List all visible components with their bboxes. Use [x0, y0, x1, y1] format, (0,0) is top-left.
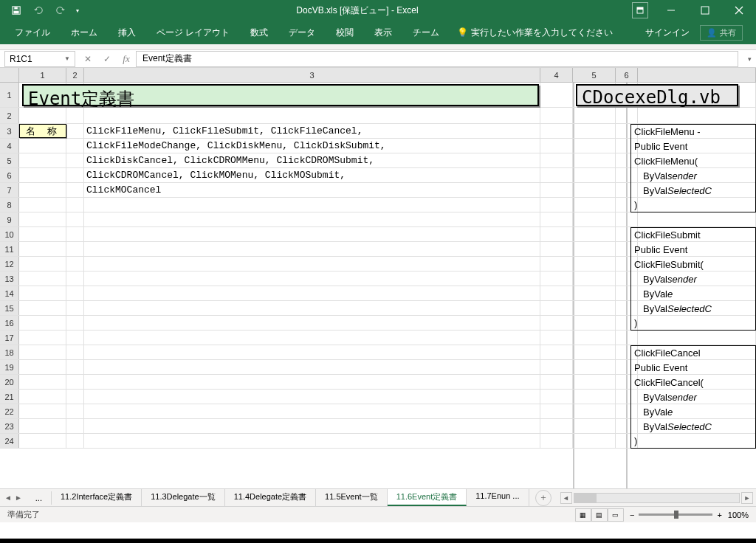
cell[interactable] [19, 419, 66, 433]
add-sheet-button[interactable]: ＋ [535, 490, 551, 506]
cell[interactable] [573, 331, 616, 345]
cell[interactable] [573, 139, 616, 153]
cell[interactable] [66, 434, 84, 448]
cell[interactable] [66, 242, 84, 256]
select-all-corner[interactable] [0, 68, 19, 82]
tell-me-search[interactable]: 💡 実行したい作業を入力してください [457, 27, 613, 39]
row-header[interactable]: 9 [0, 212, 19, 226]
cell[interactable] [66, 404, 84, 418]
cell[interactable] [540, 272, 573, 286]
tab-data[interactable]: データ [278, 21, 326, 44]
cell[interactable] [540, 331, 573, 345]
cell[interactable] [19, 198, 66, 212]
cell[interactable] [573, 198, 616, 212]
row-header[interactable]: 18 [0, 345, 19, 359]
tab-insert[interactable]: 挿入 [108, 21, 146, 44]
cell[interactable] [540, 124, 573, 138]
cell[interactable] [573, 124, 616, 138]
zoom-in-icon[interactable]: + [717, 511, 721, 519]
page-break-view-icon[interactable]: ▭ [608, 508, 624, 522]
minimize-button[interactable] [654, 0, 688, 21]
cell[interactable] [19, 108, 66, 123]
tab-formulas[interactable]: 数式 [240, 21, 278, 44]
row-header[interactable]: 10 [0, 227, 19, 241]
cell[interactable] [19, 153, 66, 167]
formula-input[interactable]: Event定義書 [136, 51, 738, 67]
cell[interactable] [540, 227, 573, 241]
cell[interactable] [84, 404, 540, 418]
row-header[interactable]: 4 [0, 139, 19, 153]
sheet-nav-prev-icon[interactable]: ◄ [4, 494, 12, 502]
chevron-down-icon[interactable]: ▼ [64, 55, 70, 62]
row-header[interactable]: 23 [0, 419, 19, 433]
tab-file[interactable]: ファイル [4, 21, 61, 44]
col-header[interactable]: 4 [540, 68, 573, 82]
cell[interactable] [573, 404, 616, 418]
cell[interactable]: ClickMOCancel [84, 183, 540, 197]
cell[interactable] [573, 168, 616, 182]
col-header[interactable]: 5 [573, 68, 616, 82]
signin-link[interactable]: サインイン [645, 27, 690, 39]
cell[interactable] [573, 108, 616, 123]
cell[interactable] [66, 390, 84, 404]
cell[interactable] [540, 419, 573, 433]
cell[interactable] [84, 212, 540, 226]
cell[interactable] [84, 331, 540, 345]
row-header[interactable]: 8 [0, 198, 19, 212]
cancel-formula-icon[interactable]: ✕ [78, 51, 97, 67]
cell[interactable] [540, 139, 573, 153]
cell[interactable] [84, 272, 540, 286]
cell[interactable] [84, 390, 540, 404]
row-header[interactable]: 1 [0, 83, 19, 107]
cell[interactable] [19, 434, 66, 448]
close-button[interactable] [722, 0, 756, 21]
sheet-tab[interactable]: 11.7Enun ... [467, 489, 529, 506]
cell[interactable] [66, 375, 84, 389]
sheet-tab[interactable]: 11.3Delegate一覧 [142, 489, 224, 506]
cell[interactable] [540, 404, 573, 418]
title-cell[interactable]: Event定義書 [22, 84, 539, 106]
cell[interactable] [540, 257, 573, 271]
sheet-tab[interactable]: 11.6Event定義書 [388, 489, 467, 506]
cell[interactable] [84, 419, 540, 433]
expand-formula-bar-icon[interactable]: ▾ [743, 51, 756, 67]
cell[interactable] [19, 257, 66, 271]
undo-icon[interactable] [28, 1, 49, 19]
row-header[interactable]: 19 [0, 360, 19, 374]
cell[interactable] [84, 360, 540, 374]
row-header[interactable]: 17 [0, 331, 19, 345]
cell[interactable] [540, 198, 573, 212]
cell[interactable] [19, 331, 66, 345]
cell[interactable] [573, 345, 616, 359]
cell[interactable] [540, 345, 573, 359]
sheet-tab[interactable]: 11.4Delegate定義書 [225, 489, 316, 506]
cell[interactable] [19, 404, 66, 418]
cell[interactable] [84, 286, 540, 300]
cell[interactable] [540, 212, 573, 226]
cell[interactable] [66, 316, 84, 330]
row-header[interactable]: 3 [0, 124, 19, 138]
cell[interactable] [19, 345, 66, 359]
tab-team[interactable]: チーム [402, 21, 450, 44]
cell[interactable] [66, 272, 84, 286]
row-header[interactable]: 6 [0, 168, 19, 182]
row-header[interactable]: 12 [0, 257, 19, 271]
cell[interactable] [573, 153, 616, 167]
row-header[interactable]: 5 [0, 153, 19, 167]
cell[interactable] [540, 108, 573, 123]
cell[interactable] [66, 227, 84, 241]
cell[interactable] [66, 360, 84, 374]
row-header[interactable]: 24 [0, 434, 19, 448]
cell[interactable] [573, 257, 616, 271]
cell[interactable] [19, 286, 66, 300]
row-header[interactable]: 22 [0, 404, 19, 418]
share-button[interactable]: 👤 共有 [700, 25, 743, 41]
cell[interactable] [540, 434, 573, 448]
cell[interactable] [19, 183, 66, 197]
page-layout-view-icon[interactable]: ▤ [591, 508, 608, 522]
row-header[interactable]: 16 [0, 316, 19, 330]
cell[interactable] [540, 183, 573, 197]
cell[interactable]: ClickFileMenu, ClickFileSubmit, ClickFil… [84, 124, 540, 138]
save-icon[interactable] [6, 1, 27, 19]
name-box[interactable]: R1C1 ▼ [4, 51, 75, 67]
